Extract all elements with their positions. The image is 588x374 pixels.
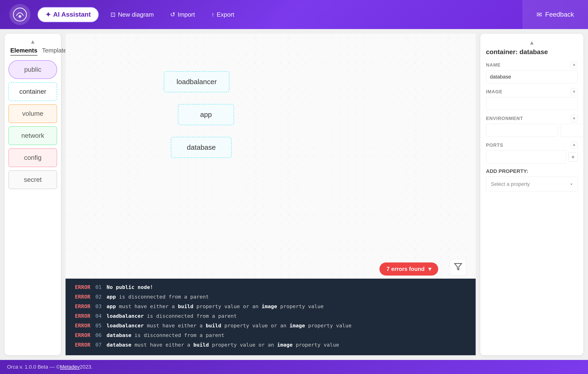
logo-icon xyxy=(9,4,31,25)
left-panel: ▲ Elements Templates public container vo… xyxy=(5,34,61,355)
image-close-button[interactable]: × xyxy=(571,88,578,95)
chevron-down-icon: ▾ xyxy=(428,266,431,272)
element-public[interactable]: public xyxy=(9,60,57,79)
environment-section: ENVIRONMENT × + xyxy=(486,115,578,137)
export-button[interactable]: ↑ Export xyxy=(207,9,239,21)
error-row-2: ERROR 02 app is disconnected from a pare… xyxy=(75,293,466,301)
svg-point-0 xyxy=(13,8,26,21)
sparkle-icon: ✦ xyxy=(45,11,51,19)
svg-marker-2 xyxy=(455,264,462,270)
error-row-7: ERROR 07 database must have either a bui… xyxy=(75,341,466,349)
header: ✦ AI Assistant ⊡ New diagram ↺ Import ↑ … xyxy=(0,0,588,29)
name-section: NAME × xyxy=(486,61,578,83)
export-icon: ↑ xyxy=(211,11,214,18)
node-loadbalancer[interactable]: loadbalancer xyxy=(164,71,229,92)
footer: Orca v. 1.0.0 Beta — © Metadev 2023. xyxy=(0,360,588,374)
add-property-label: ADD PROPERTY: xyxy=(486,168,578,174)
ports-close-button[interactable]: × xyxy=(571,142,578,149)
element-network[interactable]: network xyxy=(9,126,57,145)
right-panel: ▲ container: database NAME × IMAGE × ENV… xyxy=(480,34,583,355)
image-section: IMAGE × xyxy=(486,88,578,110)
main-area: ▲ Elements Templates public container vo… xyxy=(0,29,588,360)
right-panel-title: container: database xyxy=(486,48,578,56)
error-row-6: ERROR 06 database is disconnected from a… xyxy=(75,331,466,339)
environment-label: ENVIRONMENT × xyxy=(486,115,578,122)
diagram-canvas[interactable]: loadbalancer app database 7 errors found… xyxy=(65,34,476,355)
environment-close-button[interactable]: × xyxy=(571,115,578,122)
ports-label: PORTS × xyxy=(486,142,578,149)
filter-button[interactable] xyxy=(450,259,466,275)
error-row-5: ERROR 05 loadbalancer must have either a… xyxy=(75,322,466,330)
element-container[interactable]: container xyxy=(9,82,57,101)
node-database[interactable]: database xyxy=(171,137,232,158)
name-input[interactable] xyxy=(486,70,578,83)
env-val-input[interactable] xyxy=(561,124,583,137)
tab-elements[interactable]: Elements xyxy=(10,47,37,55)
mail-icon: ✉ xyxy=(536,11,542,19)
element-config[interactable]: config xyxy=(9,148,57,167)
import-icon: ↺ xyxy=(170,11,175,18)
element-volume[interactable]: volume xyxy=(9,104,57,123)
node-app[interactable]: app xyxy=(178,104,234,125)
select-property-dropdown[interactable]: Select a property xyxy=(486,177,578,191)
filter-icon xyxy=(454,263,462,273)
ports-input[interactable] xyxy=(486,150,566,164)
error-row-3: ERROR 03 app must have either a build pr… xyxy=(75,303,466,310)
errors-badge-button[interactable]: 7 errors found ▾ xyxy=(379,263,438,275)
image-input[interactable] xyxy=(486,97,578,110)
svg-point-1 xyxy=(19,15,21,18)
ports-add-button[interactable]: + xyxy=(568,152,578,162)
metadev-link[interactable]: Metadev xyxy=(60,364,80,370)
new-diagram-button[interactable]: ⊡ New diagram xyxy=(106,9,158,21)
error-row-4: ERROR 04 loadbalancer is disconnected fr… xyxy=(75,312,466,320)
name-close-button[interactable]: × xyxy=(571,61,578,68)
tabs: Elements Templates xyxy=(9,47,57,55)
feedback-button[interactable]: ✉ Feedback xyxy=(523,0,588,29)
environment-row: + xyxy=(486,124,578,137)
element-secret[interactable]: secret xyxy=(9,170,57,189)
ai-assistant-button[interactable]: ✦ AI Assistant xyxy=(37,7,99,22)
ports-section: PORTS × + xyxy=(486,142,578,164)
import-button[interactable]: ↺ Import xyxy=(166,9,200,21)
error-panel: ERROR 01 No public node! ERROR 02 app is… xyxy=(65,279,476,355)
env-key-input[interactable] xyxy=(486,124,558,137)
right-panel-collapse-button[interactable]: ▲ xyxy=(486,39,578,46)
ports-row: + xyxy=(486,150,578,164)
new-diagram-icon: ⊡ xyxy=(110,11,116,18)
add-property-section: ADD PROPERTY: Select a property xyxy=(486,168,578,191)
image-label: IMAGE × xyxy=(486,88,578,95)
left-panel-collapse-button[interactable]: ▲ xyxy=(9,38,57,45)
name-label: NAME × xyxy=(486,61,578,68)
error-row-1: ERROR 01 No public node! xyxy=(75,283,466,291)
